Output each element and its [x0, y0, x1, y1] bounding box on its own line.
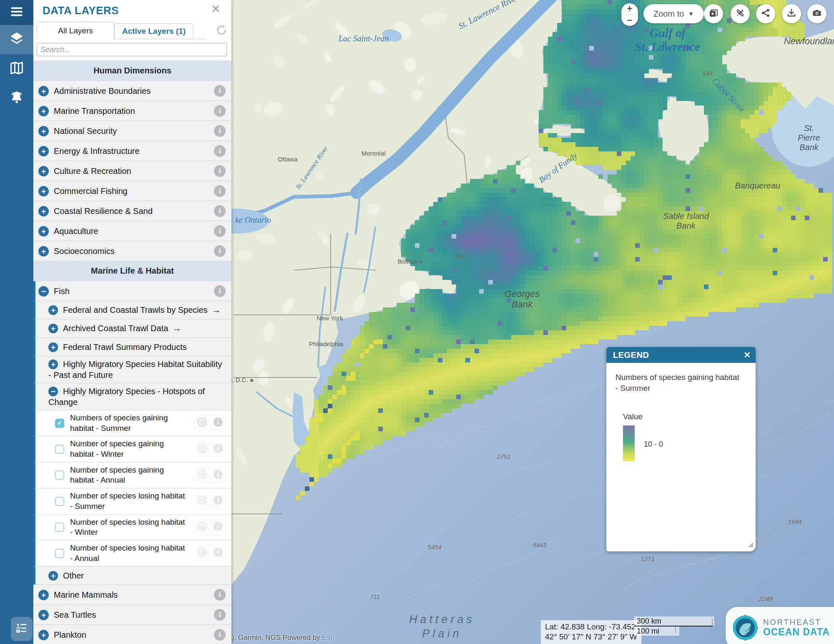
opacity-icon[interactable] [197, 547, 208, 560]
layer-row[interactable]: +Socioeconomicsi [33, 241, 231, 261]
info-icon[interactable] [213, 547, 224, 560]
expand-plus-icon[interactable]: + [38, 246, 49, 257]
layer-row[interactable]: +Planktoni [33, 625, 231, 644]
info-icon[interactable]: i [214, 205, 226, 217]
expand-plus-icon[interactable]: + [38, 86, 49, 96]
expand-plus-icon[interactable]: + [48, 324, 58, 333]
map-viewport[interactable]: Lac Saint-JeanSt. Lawrence RiveGulf of S… [231, 0, 834, 644]
expand-plus-icon[interactable]: + [38, 106, 49, 116]
draw-measure-tools-button[interactable] [731, 4, 750, 23]
expand-plus-icon[interactable]: + [48, 360, 58, 369]
close-icon[interactable]: ✕ [211, 3, 221, 15]
layer-row[interactable]: +Coastal Resilience & Sandi [33, 201, 231, 221]
expand-plus-icon[interactable]: + [38, 126, 49, 136]
expand-plus-icon[interactable]: + [38, 226, 49, 236]
info-icon[interactable]: i [214, 589, 226, 601]
collapse-minus-icon[interactable]: − [38, 286, 49, 297]
info-icon[interactable] [213, 417, 224, 430]
zoom-to-button[interactable]: Zoom to ▼ [643, 4, 704, 23]
layer-checkbox-row[interactable]: ✓Numbers of species gaining habitat - Su… [33, 410, 231, 436]
layer-row[interactable]: +Archived Coastal Trawl Data→ [33, 319, 231, 338]
layer-row[interactable]: +Highly Migratory Species Habitat Suitab… [33, 356, 231, 383]
northeast-ocean-data-logo[interactable]: NORTHEAST OCEAN DATA [726, 607, 834, 644]
search-input[interactable] [37, 43, 227, 56]
expand-plus-icon[interactable]: + [48, 571, 58, 581]
layer-row[interactable]: +Commercial Fishingi [33, 181, 231, 201]
screenshot-button[interactable] [807, 4, 826, 23]
layer-row[interactable]: +Sea Turtlesi [33, 605, 231, 625]
opacity-icon[interactable] [197, 521, 208, 534]
expand-plus-icon[interactable]: + [38, 206, 49, 216]
layer-row[interactable]: +Culture & Recreationi [33, 161, 231, 181]
share-button[interactable] [756, 4, 775, 23]
info-icon[interactable]: i [214, 225, 226, 237]
menu-button[interactable] [0, 0, 33, 25]
layer-row[interactable]: +Administrative Boundariesi [33, 81, 231, 101]
resize-handle-icon[interactable] [747, 541, 754, 549]
info-icon[interactable]: i [214, 145, 226, 157]
expand-plus-icon[interactable]: + [38, 590, 49, 600]
info-icon[interactable] [213, 443, 224, 456]
basemap-button[interactable] [0, 54, 33, 83]
tab-active-layers[interactable]: Active Layers (1) [114, 23, 193, 39]
unchecked-checkbox[interactable] [55, 549, 64, 558]
unchecked-checkbox[interactable] [55, 445, 64, 454]
info-icon[interactable]: i [214, 125, 226, 137]
opacity-icon[interactable] [197, 443, 208, 456]
data-layers-button[interactable] [0, 25, 33, 54]
info-icon[interactable]: i [214, 165, 226, 177]
info-icon[interactable] [213, 495, 224, 508]
legend-toggle-button[interactable] [11, 617, 33, 641]
zoom-in-button[interactable]: + [621, 3, 638, 15]
layer-row[interactable]: +Marine Mammalsi [33, 585, 231, 605]
info-icon[interactable]: i [214, 629, 226, 641]
unchecked-checkbox[interactable] [55, 470, 64, 480]
layer-checkbox-row[interactable]: Number of species losing habitat - Winte… [33, 515, 231, 541]
info-icon[interactable]: i [214, 285, 226, 297]
reset-icon[interactable] [214, 23, 229, 38]
layer-row[interactable]: +Marine Transportationi [33, 101, 231, 121]
unchecked-checkbox[interactable] [55, 523, 64, 532]
expand-plus-icon[interactable]: + [38, 166, 49, 176]
layer-checkbox-row[interactable]: Number of species losing habitat - Annua… [33, 541, 231, 566]
layer-checkbox-row[interactable]: Number of species gaining habitat - Annu… [33, 463, 231, 488]
layer-row[interactable]: +Energy & Infrastructurei [33, 141, 231, 161]
info-icon[interactable] [213, 469, 224, 482]
layer-row[interactable]: −Fishi [33, 281, 231, 301]
layer-row[interactable]: +Other [33, 566, 231, 585]
opacity-icon[interactable] [197, 469, 208, 482]
add-to-map-button[interactable] [704, 4, 723, 23]
collapse-minus-icon[interactable]: − [48, 387, 58, 396]
layer-row[interactable]: +National Securityi [33, 121, 231, 141]
expand-plus-icon[interactable]: + [38, 186, 49, 196]
opacity-icon[interactable] [197, 495, 208, 508]
map-icon [9, 60, 24, 77]
notifications-button[interactable] [0, 83, 33, 113]
esri-link[interactable]: Esri [322, 634, 334, 641]
opacity-icon[interactable] [197, 417, 208, 430]
layer-row[interactable]: +Federal and Coastal Trawls by Species→ [33, 301, 231, 319]
layer-row[interactable]: +Federal Trawl Summary Products [33, 338, 231, 356]
layer-row[interactable]: +Aquaculturei [33, 221, 231, 241]
close-icon[interactable]: ✕ [744, 350, 751, 360]
info-icon[interactable]: i [214, 245, 226, 257]
legend-header[interactable]: LEGEND ✕ [606, 347, 756, 363]
info-icon[interactable] [213, 521, 224, 534]
layer-checkbox-row[interactable]: Number of species gaining habitat - Wint… [33, 436, 231, 462]
layer-row[interactable]: −Highly Migratory Species - Hotspots of … [33, 383, 231, 410]
checked-checkbox[interactable]: ✓ [55, 419, 64, 428]
layer-checkbox-row[interactable]: Number of species losing habitat - Summe… [33, 488, 231, 514]
info-icon[interactable]: i [214, 185, 226, 197]
download-button[interactable] [782, 4, 801, 23]
expand-plus-icon[interactable]: + [48, 305, 58, 315]
info-icon[interactable]: i [214, 105, 226, 117]
expand-plus-icon[interactable]: + [38, 610, 49, 620]
unchecked-checkbox[interactable] [55, 497, 64, 506]
tab-all-layers[interactable]: All Layers [37, 22, 114, 39]
zoom-out-button[interactable]: − [621, 15, 638, 26]
info-icon[interactable]: i [214, 85, 226, 97]
expand-plus-icon[interactable]: + [48, 342, 58, 352]
expand-plus-icon[interactable]: + [38, 146, 49, 156]
expand-plus-icon[interactable]: + [38, 630, 49, 640]
info-icon[interactable]: i [214, 609, 226, 621]
